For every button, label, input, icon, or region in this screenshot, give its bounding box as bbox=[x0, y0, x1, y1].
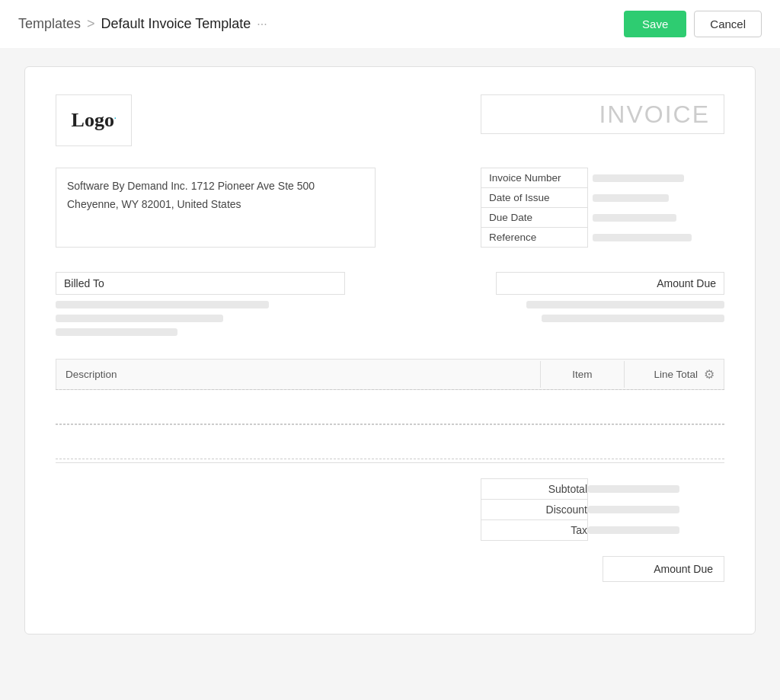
line-item-row-2[interactable] bbox=[56, 424, 724, 459]
invoice-card: Logo. INVOICE Software By Demand Inc. 17… bbox=[24, 66, 756, 634]
subtotal-row: Subtotal bbox=[481, 479, 724, 500]
invoice-number-label: Invoice Number bbox=[481, 168, 588, 188]
amount-due-total-label: Amount Due bbox=[603, 556, 724, 582]
logo-box[interactable]: Logo. bbox=[56, 94, 132, 146]
line-item-row-1[interactable] bbox=[56, 389, 724, 424]
billed-ph-line-1 bbox=[56, 301, 269, 308]
billed-to-header: Billed To bbox=[56, 272, 345, 295]
billing-row: Billed To Amount Due bbox=[56, 272, 724, 336]
date-of-issue-label: Date of Issue bbox=[481, 188, 588, 208]
meta-row-due-date: Due Date bbox=[481, 208, 724, 228]
invoice-number-value bbox=[593, 174, 684, 182]
meta-table: Invoice Number Date of Issue Due Date Re… bbox=[481, 168, 724, 248]
address-line2: Cheyenne, WY 82001, United States bbox=[67, 198, 241, 210]
amount-due-section: Amount Due bbox=[496, 272, 724, 336]
sender-address-box[interactable]: Software By Demand Inc. 1712 Pioneer Ave… bbox=[56, 168, 376, 248]
invoice-title-box: INVOICE bbox=[481, 94, 724, 134]
due-date-value bbox=[593, 214, 676, 222]
meta-row-reference: Reference bbox=[481, 228, 724, 248]
address-line1: Software By Demand Inc. 1712 Pioneer Ave… bbox=[67, 180, 315, 192]
top-actions: Save Cancel bbox=[624, 11, 762, 37]
breadcrumb-sep: > bbox=[87, 16, 95, 32]
line-items-section: Description Item Line Total ⚙ Subtotal bbox=[56, 359, 724, 582]
billed-ph-line-3 bbox=[56, 328, 177, 336]
totals-table: Subtotal Discount Tax bbox=[481, 478, 724, 541]
due-date-label: Due Date bbox=[481, 208, 588, 228]
breadcrumb-parent[interactable]: Templates bbox=[18, 16, 81, 32]
line-items-divider bbox=[56, 462, 724, 463]
line-total-settings-icon[interactable]: ⚙ bbox=[704, 367, 714, 382]
amount-due-ph-line-2 bbox=[542, 315, 724, 322]
amount-due-header-label: Amount Due bbox=[496, 272, 724, 295]
breadcrumb-current: Default Invoice Template bbox=[101, 16, 251, 32]
info-row: Software By Demand Inc. 1712 Pioneer Ave… bbox=[56, 168, 724, 248]
top-bar: Templates > Default Invoice Template ···… bbox=[0, 0, 780, 48]
breadcrumb: Templates > Default Invoice Template ··· bbox=[18, 16, 267, 32]
billed-ph-line-2 bbox=[56, 315, 223, 322]
reference-label: Reference bbox=[481, 228, 588, 248]
description-column-header: Description bbox=[56, 361, 541, 388]
tax-row: Tax bbox=[481, 520, 724, 541]
meta-row-date-of-issue: Date of Issue bbox=[481, 188, 724, 208]
invoice-title: INVOICE bbox=[599, 101, 710, 129]
discount-label: Discount bbox=[481, 500, 588, 520]
save-button[interactable]: Save bbox=[624, 11, 686, 37]
billed-to-section: Billed To bbox=[56, 272, 345, 336]
meta-row-invoice-number: Invoice Number bbox=[481, 168, 724, 188]
date-of-issue-value bbox=[593, 194, 669, 202]
line-total-column-header: Line Total ⚙ bbox=[625, 360, 724, 389]
discount-row: Discount bbox=[481, 500, 724, 520]
amount-due-placeholders bbox=[496, 301, 724, 322]
subtotal-value bbox=[588, 485, 679, 493]
logo-image: Logo. bbox=[72, 109, 117, 132]
item-column-header: Item bbox=[541, 361, 625, 388]
billed-to-placeholders bbox=[56, 301, 345, 336]
reference-value bbox=[593, 234, 692, 241]
cancel-button[interactable]: Cancel bbox=[694, 11, 762, 37]
invoice-header: Logo. INVOICE bbox=[56, 94, 724, 146]
amount-due-ph-line-1 bbox=[526, 301, 724, 308]
page-content: Logo. INVOICE Software By Demand Inc. 17… bbox=[0, 48, 780, 653]
discount-value bbox=[588, 506, 679, 513]
totals-section: Subtotal Discount Tax bbox=[56, 478, 724, 541]
tax-label: Tax bbox=[481, 520, 588, 541]
subtotal-label: Subtotal bbox=[481, 479, 588, 500]
line-items-header-row: Description Item Line Total ⚙ bbox=[56, 359, 724, 390]
tax-value bbox=[588, 526, 679, 534]
more-options-icon[interactable]: ··· bbox=[257, 18, 267, 31]
amount-due-total-row: Amount Due bbox=[56, 556, 724, 582]
